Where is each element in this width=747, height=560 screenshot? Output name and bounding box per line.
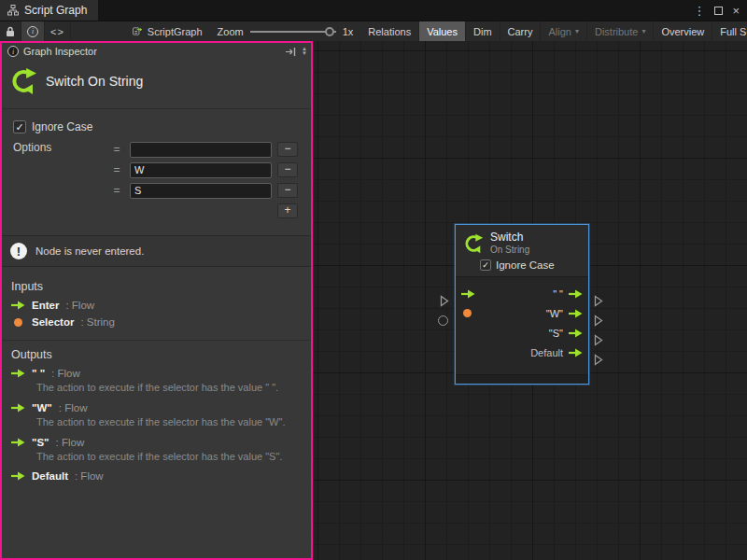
- chevron-down-icon: ▾: [575, 27, 579, 35]
- node-port-area: " " "W": [456, 276, 588, 374]
- code-view-button[interactable]: <>: [45, 21, 71, 41]
- toolbar-button-dim[interactable]: Dim: [466, 21, 500, 41]
- script-graph-icon: [7, 5, 19, 16]
- node-footer: [456, 374, 588, 384]
- toolbar-button-align[interactable]: Align ▾: [541, 21, 586, 41]
- output-label-w: "W": [546, 308, 563, 319]
- external-output-stub[interactable]: [594, 354, 603, 366]
- toolbar-button-relations[interactable]: Relations: [360, 21, 419, 41]
- string-port-icon: [14, 318, 22, 327]
- external-input-value-stub[interactable]: [438, 315, 448, 326]
- node-ignore-case-checkbox[interactable]: [480, 259, 491, 271]
- flow-arrow-icon: [11, 301, 25, 310]
- output-port-space: " " : Flow: [2, 365, 311, 382]
- graph-canvas[interactable]: Switch On String Ignore Case " ": [313, 41, 747, 560]
- ignore-case-checkbox[interactable]: [13, 120, 26, 133]
- switch-node-icon: [9, 67, 37, 95]
- info-icon: i: [27, 26, 38, 37]
- output-port-description: The action to execute if the selector ha…: [2, 451, 311, 469]
- option-row: = −: [109, 180, 298, 201]
- toolbar-button-carry[interactable]: Carry: [500, 21, 542, 41]
- node-title-label: Switch On String: [46, 74, 143, 89]
- output-port-w: "W" : Flow: [2, 399, 311, 416]
- add-option-button[interactable]: +: [277, 203, 298, 218]
- toolbar-button-overview[interactable]: Overview: [654, 21, 712, 41]
- flow-output-port[interactable]: [569, 329, 583, 338]
- lock-button[interactable]: [0, 21, 21, 41]
- flow-output-port[interactable]: [569, 289, 583, 299]
- string-input-port[interactable]: [463, 309, 472, 317]
- option-input-1[interactable]: [130, 162, 272, 178]
- option-input-2[interactable]: [130, 183, 272, 199]
- zoom-control: Zoom 1x: [210, 21, 361, 41]
- inspector-title: Graph Inspector: [23, 46, 97, 57]
- remove-option-button[interactable]: −: [277, 142, 298, 157]
- option-row: = −: [109, 160, 298, 180]
- warning-text: Node is never entered.: [35, 245, 144, 257]
- input-port-enter: Enter : Flow: [2, 297, 311, 314]
- node-header[interactable]: Switch On String: [456, 225, 588, 257]
- drag-handle-icon[interactable]: =: [109, 163, 124, 176]
- switch-on-string-node[interactable]: Switch On String Ignore Case " ": [455, 224, 589, 385]
- inspected-node-title-block: Switch On String: [2, 60, 311, 109]
- info-icon: i: [7, 46, 19, 57]
- output-label-space: " ": [553, 288, 563, 300]
- output-label-default: Default: [530, 347, 563, 358]
- flow-output-port[interactable]: [569, 309, 583, 318]
- window-close-icon[interactable]: ×: [732, 4, 740, 18]
- input-port-selector: Selector : String: [2, 314, 311, 330]
- drag-handle-icon[interactable]: =: [109, 184, 124, 197]
- code-icon: <>: [50, 26, 64, 37]
- inspector-toggle-button[interactable]: i: [21, 21, 45, 41]
- node-ignore-case-label: Ignore Case: [496, 259, 555, 271]
- titlebar-spacer: [98, 0, 693, 21]
- external-output-stub[interactable]: [594, 295, 603, 307]
- output-port-description: The action to execute if the selector ha…: [2, 382, 311, 399]
- scroll-down-icon[interactable]: ▼: [302, 51, 307, 56]
- node-subtitle: On String: [490, 245, 529, 256]
- flow-output-port[interactable]: [569, 348, 583, 357]
- external-input-flow-stub[interactable]: [440, 295, 449, 307]
- output-port-default: Default : Flow: [2, 468, 311, 484]
- tab-script-graph[interactable]: Script Graph: [0, 0, 98, 21]
- inspector-header: i Graph Inspector ▲ ▼: [2, 43, 311, 60]
- output-port-description: The action to execute if the selector ha…: [2, 416, 311, 434]
- node-title: Switch: [490, 231, 529, 245]
- window-maximize-icon[interactable]: [714, 7, 723, 15]
- remove-option-button[interactable]: −: [277, 162, 298, 177]
- zoom-label: Zoom: [218, 26, 244, 37]
- flow-arrow-icon: [11, 471, 25, 481]
- zoom-value: 1x: [343, 26, 354, 37]
- zoom-slider-handle[interactable]: [325, 27, 334, 36]
- external-output-stub[interactable]: [594, 315, 603, 327]
- switch-node-icon: [463, 233, 484, 254]
- drag-handle-icon[interactable]: =: [109, 143, 124, 156]
- graph-toolbar: i <> ScriptGraph Zoom 1x Relations Value…: [0, 21, 747, 41]
- flow-arrow-icon: [11, 403, 25, 413]
- chevron-down-icon: ▾: [641, 27, 645, 35]
- options-label: Options: [13, 139, 109, 218]
- warning-icon: !: [10, 243, 27, 259]
- toolbar-button-distribute[interactable]: Distribute ▾: [587, 21, 654, 41]
- zoom-slider[interactable]: [250, 31, 336, 33]
- external-output-stub[interactable]: [594, 334, 603, 346]
- options-editor: Options = − = − = −: [13, 139, 298, 218]
- lock-icon: [6, 26, 15, 37]
- toolbar-button-values[interactable]: Values: [419, 21, 466, 41]
- window-menu-icon[interactable]: ⋮: [693, 4, 705, 18]
- warning-banner: ! Node is never entered.: [2, 235, 311, 267]
- toolbar-button-fullscreen[interactable]: Full Screen: [712, 21, 747, 41]
- dock-panel-icon[interactable]: [285, 47, 297, 57]
- panel-scroll-spinner[interactable]: ▲ ▼: [302, 47, 307, 56]
- option-row: = −: [109, 139, 298, 160]
- remove-option-button[interactable]: −: [277, 183, 298, 198]
- window-titlebar: Script Graph ⋮ ×: [0, 0, 747, 21]
- flow-input-port[interactable]: [461, 289, 475, 299]
- option-input-0[interactable]: [130, 142, 272, 158]
- graph-breadcrumb[interactable]: ScriptGraph: [125, 21, 210, 41]
- graph-name-label: ScriptGraph: [148, 26, 203, 37]
- script-graph-asset-icon: [133, 26, 143, 36]
- tab-title: Script Graph: [24, 4, 87, 17]
- output-label-s: "S": [549, 328, 563, 339]
- ignore-case-label: Ignore Case: [32, 120, 92, 133]
